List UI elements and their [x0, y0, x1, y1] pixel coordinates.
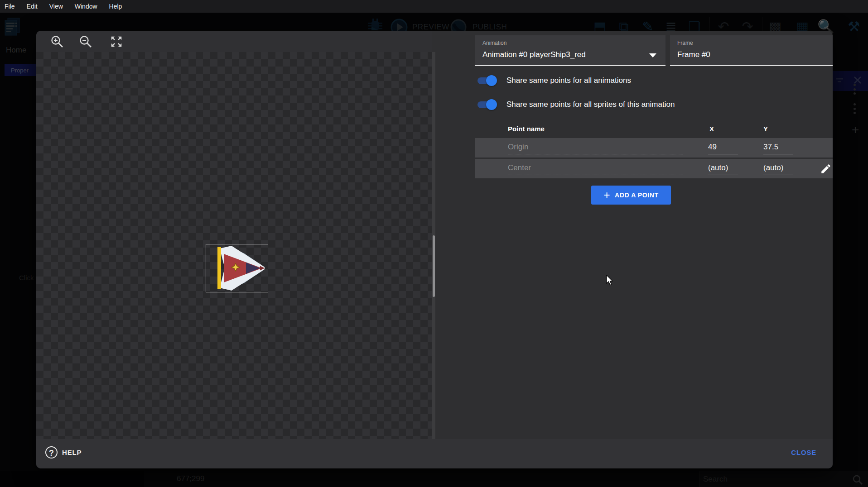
app-window: PREVIEW PUBLISH ⬒ ⧉ ✎ ≣ ❏ ↶ ↷ ▩ ▦ 🔍 ⚒ Ho…	[0, 0, 868, 487]
close-button[interactable]: CLOSE	[788, 448, 819, 457]
toggle-label: Share same points for all animations	[506, 76, 631, 85]
animation-select-value: Animation #0 playerShip3_red	[482, 50, 586, 59]
table-row-center[interactable]: Center (auto) (auto)	[475, 159, 833, 178]
frame-select-value: Frame #0	[677, 50, 710, 59]
share-points-all-animations-toggle[interactable]	[477, 75, 497, 86]
help-label: HELP	[62, 449, 82, 456]
scrollbar-thumb[interactable]	[433, 235, 435, 297]
player-ship-sprite	[206, 244, 268, 292]
help-button[interactable]: ? HELP	[45, 446, 82, 458]
menu-view[interactable]: View	[48, 3, 69, 10]
point-x-field[interactable]: 49	[708, 143, 738, 154]
mouse-cursor	[606, 275, 615, 286]
add-a-point-button[interactable]: + ADD A POINT	[591, 186, 671, 205]
canvas-toolbar	[36, 31, 432, 52]
column-x: X	[709, 125, 714, 133]
frame-select[interactable]: Frame Frame #0	[670, 35, 833, 66]
menu-file[interactable]: File	[4, 3, 21, 10]
animation-select[interactable]: Animation Animation #0 playerShip3_red	[475, 35, 665, 66]
points-panel: Animation Animation #0 playerShip3_red F…	[435, 31, 833, 439]
sprite-preview-canvas[interactable]	[36, 52, 432, 439]
chevron-down-icon	[649, 53, 656, 57]
sprite-bounding-box[interactable]	[206, 244, 268, 292]
column-point-name: Point name	[508, 125, 545, 133]
menu-edit[interactable]: Edit	[26, 3, 44, 10]
edit-points-dialog: Animation Animation #0 playerShip3_red F…	[36, 31, 833, 468]
column-y: Y	[763, 125, 768, 133]
dialog-footer: ? HELP CLOSE	[36, 439, 833, 468]
share-points-all-sprites-row: Share same points for all sprites of thi…	[477, 98, 675, 111]
help-icon: ?	[45, 446, 58, 458]
share-points-all-animations-row: Share same points for all animations	[477, 74, 631, 87]
toggle-label: Share same points for all sprites of thi…	[506, 100, 675, 109]
menu-help[interactable]: Help	[108, 3, 129, 10]
zoom-in-icon[interactable]	[50, 35, 64, 48]
plus-icon: +	[603, 191, 610, 200]
table-row-origin[interactable]: Origin 49 37.5	[475, 138, 833, 158]
point-y-field[interactable]: 37.5	[763, 143, 793, 154]
canvas-scrollbar[interactable]	[432, 52, 435, 439]
fit-view-icon[interactable]	[110, 35, 123, 48]
zoom-out-icon[interactable]	[79, 35, 92, 48]
point-y-field[interactable]: (auto)	[763, 163, 793, 175]
menu-bar: File Edit View Window Help	[0, 0, 868, 13]
point-name-field[interactable]: Origin	[508, 143, 683, 154]
share-points-all-sprites-toggle[interactable]	[477, 99, 497, 110]
edit-pencil-icon[interactable]	[820, 163, 832, 175]
menu-window[interactable]: Window	[74, 3, 104, 10]
animation-select-label: Animation	[482, 40, 506, 46]
point-name-field[interactable]: Center	[508, 163, 683, 175]
point-x-field[interactable]: (auto)	[708, 163, 738, 175]
add-a-point-label: ADD A POINT	[615, 191, 659, 199]
frame-select-label: Frame	[677, 40, 693, 46]
points-table-header: Point name X Y	[475, 122, 833, 137]
